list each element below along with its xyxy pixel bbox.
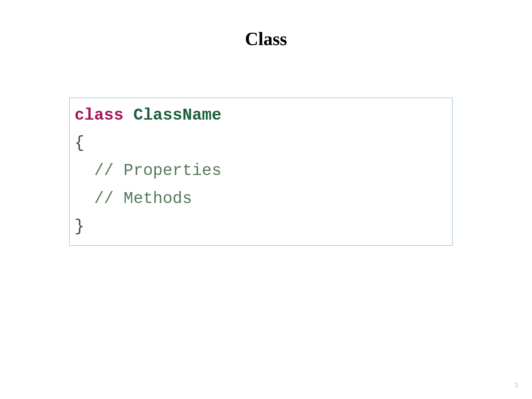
slide-title: Class (0, 0, 532, 49)
keyword-class: class (75, 106, 124, 125)
class-name: ClassName (133, 106, 221, 125)
code-line-close-brace: } (75, 213, 447, 240)
code-line-comment-methods: // Methods (75, 185, 447, 213)
space (124, 106, 133, 125)
code-line-declaration: class ClassName (75, 102, 447, 129)
page-number: 3 (514, 382, 518, 389)
code-block: class ClassName { // Properties // Metho… (69, 98, 453, 246)
code-line-comment-properties: // Properties (75, 157, 447, 185)
code-line-open-brace: { (75, 129, 447, 157)
